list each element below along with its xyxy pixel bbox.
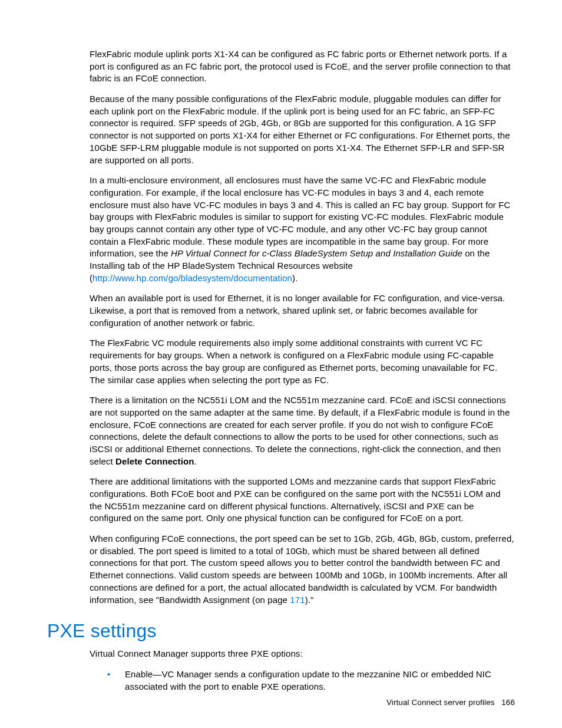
paragraph: Because of the many possible configurati…	[47, 93, 515, 166]
paragraph: There are additional limitations with th…	[47, 476, 515, 525]
text-run: )."	[305, 595, 314, 605]
paragraph: Virtual Connect Manager supports three P…	[47, 648, 515, 660]
footer-section: Virtual Connect server profiles	[386, 698, 495, 707]
paragraph: In a multi-enclosure environment, all en…	[47, 174, 515, 284]
text-run: There is a limitation on the NC551i LOM …	[90, 395, 510, 466]
list-item: Enable—VC Manager sends a configuration …	[107, 668, 515, 693]
documentation-link[interactable]: http://www.hp.com/go/bladesystem/documen…	[92, 273, 292, 283]
paragraph: FlexFabric module uplink ports X1-X4 can…	[47, 48, 515, 85]
text-run: ).	[292, 273, 297, 283]
text-run: In a multi-enclosure environment, all en…	[90, 175, 510, 258]
page-footer: Virtual Connect server profiles 166	[386, 698, 515, 707]
paragraph: There is a limitation on the NC551i LOM …	[47, 394, 515, 467]
paragraph: When an available port is used for Ether…	[47, 292, 515, 329]
document-page: FlexFabric module uplink ports X1-X4 can…	[0, 0, 562, 728]
text-italic: HP Virtual Connect for c-Class BladeSyst…	[171, 248, 462, 258]
section-heading-pxe-settings: PXE settings	[47, 620, 515, 642]
page-ref-link[interactable]: 171	[290, 595, 305, 605]
paragraph: The FlexFabric VC module requirements al…	[47, 337, 515, 386]
text-run: When configuring FCoE connections, the p…	[90, 533, 514, 604]
footer-page-number: 166	[501, 698, 515, 707]
paragraph: When configuring FCoE connections, the p…	[47, 533, 515, 606]
text-bold: Delete Connection	[115, 456, 194, 466]
text-run: .	[194, 456, 196, 466]
bullet-list: Enable—VC Manager sends a configuration …	[47, 668, 515, 693]
